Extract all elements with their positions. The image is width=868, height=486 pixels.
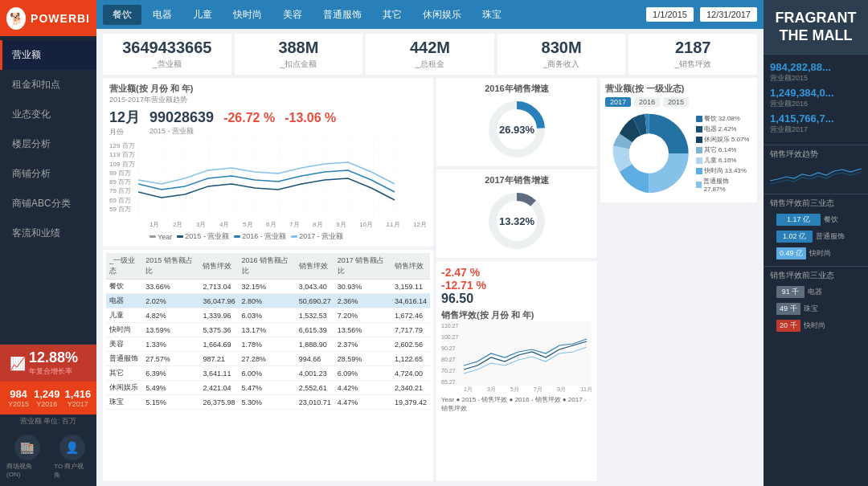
mall-view-btn[interactable]: 🏬 商场视角 (ON) — [6, 435, 47, 480]
main-content: 餐饮 电器 儿童 快时尚 美容 普通服饰 其它 休闲娱乐 珠宝 1/1/2015… — [96, 0, 764, 486]
pie-color-catering — [696, 116, 702, 122]
sidebar-item-format[interactable]: 业态变化 — [0, 100, 96, 129]
sidebar-item-traffic[interactable]: 客流和业绩 — [0, 218, 96, 248]
sidebar-item-floor[interactable]: 楼层分析 — [0, 129, 96, 159]
bottom-bar-1: 49 千 — [776, 303, 800, 315]
metric-2015: 984 Y2015 — [8, 388, 29, 408]
year-tab-2015[interactable]: 2015 — [663, 97, 689, 107]
nav-leisure[interactable]: 休闲娱乐 — [413, 5, 471, 25]
sidebar-nav: 营业额 租金和扣点 业态变化 楼层分析 商铺分析 商铺ABC分类 客流和业绩 — [0, 36, 96, 344]
top-title: 销售坪效前三业态 — [764, 194, 868, 210]
pie-legend-electronics: 电器 2.42% — [696, 125, 752, 133]
legend-year-label: Year — [158, 233, 172, 241]
legend-2016: 2016 - 营业额 — [234, 231, 286, 242]
merchant-view-btn[interactable]: 👤 TO 商户视角 — [54, 435, 90, 480]
date-start[interactable]: 1/1/2015 — [646, 7, 694, 22]
legend-2017-label: 2017 - 营业额 — [299, 231, 343, 242]
metric-revenue-2015: 984,282,88... 营业额2015 — [770, 61, 862, 84]
donut-2016-label: 26.93% — [499, 124, 534, 136]
y-label-1: 129 百万 — [109, 141, 135, 150]
metric-2017-value: 1,416 — [65, 388, 92, 400]
right-metrics: 984,282,88... 营业额2015 1,249,384,0... 营业额… — [764, 55, 868, 141]
sidebar-item-abc[interactable]: 商铺ABC分类 — [0, 189, 96, 218]
table-cell-2-5: 7.20% — [334, 308, 391, 323]
sidebar-item-shop[interactable]: 商铺分析 — [0, 159, 96, 189]
metric-2015-label: Y2015 — [8, 400, 29, 408]
sidebar-item-revenue[interactable]: 营业额 — [0, 40, 96, 70]
sales-eff-pct2: -12.71 % — [441, 279, 592, 292]
pie-svg — [605, 109, 693, 198]
sidebar-item-rent[interactable]: 租金和扣点 — [0, 70, 96, 100]
kpi-rent: 442M _总租金 — [366, 34, 494, 75]
sidebar: 🐕 POWERBI 营业额 租金和扣点 业态变化 楼层分析 商铺分析 商铺ABC… — [0, 0, 96, 486]
table-cell-1-1: 2.02% — [142, 294, 199, 308]
table-cell-8-2: 26,375.98 — [199, 395, 238, 410]
date-end[interactable]: 12/31/2017 — [700, 7, 757, 22]
table-cell-7-0: 休闲娱乐 — [106, 381, 142, 395]
trend-pct2: -13.06 % — [285, 111, 336, 125]
year-tab-2016[interactable]: 2016 — [634, 97, 660, 107]
trend-subtitle: 2015-2017年营业额趋势 — [109, 95, 427, 105]
sales-eff-line-svg: 110.27 100.27 90.27 80.27 70.27 65.27 — [441, 321, 591, 386]
y-label-6: 79 百万 — [109, 186, 135, 195]
pie-legend-catering: 餐饮 32.08% — [696, 114, 752, 123]
bottom-item-2: 20 千 快时尚 — [770, 318, 862, 333]
top-bar-2: 0.49 亿 — [776, 247, 806, 259]
metric-label-2015: 营业额2015 — [770, 73, 862, 84]
sales-eff-pct1: -2.47 % — [441, 266, 480, 279]
nav-jewelry[interactable]: 珠宝 — [473, 5, 511, 25]
nav-clothing[interactable]: 普通服饰 — [313, 5, 371, 25]
brand-header: FRAGRANTTHE MALL — [764, 0, 868, 55]
svg-text:100.27: 100.27 — [441, 334, 459, 340]
y-axis: 129 百万 119 百万 109 百万 99 百万 89 百万 79 百万 6… — [109, 140, 135, 220]
metric-2017: 1,416 Y2017 — [65, 388, 92, 408]
svg-text:65.27: 65.27 — [441, 379, 456, 385]
donut-2017-container: 13.32% — [485, 189, 549, 253]
svg-point-12 — [629, 133, 669, 173]
table-row: 休闲娱乐5.49%2,421.045.47%2,552.614.42%2,340… — [106, 381, 430, 395]
table-cell-5-1: 27.57% — [142, 352, 199, 366]
nav-beauty[interactable]: 美容 — [273, 5, 312, 25]
pie-color-fashion — [696, 168, 702, 174]
bottom-label-2: 快时尚 — [804, 321, 825, 331]
table-cell-8-4: 23,010.71 — [296, 395, 334, 410]
table-cell-3-6: 7,717.79 — [391, 323, 430, 337]
table-cell-3-3: 13.17% — [239, 323, 296, 337]
table-row: 其它6.39%3,641.116.00%4,001.236.09%4,724.0… — [106, 366, 430, 381]
logo-area: 🐕 POWERBI — [0, 0, 96, 36]
brand-title: FRAGRANTTHE MALL — [772, 10, 860, 44]
table-row: 珠宝5.15%26,375.985.30%23,010.714.47%19,37… — [106, 395, 430, 410]
table-cell-2-3: 6.03% — [239, 308, 296, 323]
donut-2017-card: 2017年销售增速 13.32% — [436, 169, 597, 258]
table-cell-1-4: 50,690.27 — [296, 294, 334, 308]
bottom-items: 91 千 电器 49 千 珠宝 20 千 快时尚 — [764, 283, 868, 335]
nav-catering[interactable]: 餐饮 — [103, 5, 141, 25]
pie-label-children: 儿童 6.16% — [704, 156, 737, 165]
pie-title: 营业额(按 一级业态) — [605, 83, 752, 95]
bottom-bar-2: 20 千 — [776, 320, 800, 332]
pie-label-clothing: 普通服饰 27.87% — [703, 177, 752, 193]
top-label-2: 快时尚 — [809, 248, 831, 259]
unit-label: 营业额 单位: 百万 — [0, 415, 96, 428]
table-cell-7-4: 2,552.61 — [296, 381, 334, 395]
th-2015-share: 2015 销售额占比 — [142, 253, 199, 280]
metric-value-2015: 984,282,88... — [770, 61, 862, 73]
legend-2015: 2015 - 营业额 — [177, 231, 229, 242]
year-tab-2017[interactable]: 2017 — [605, 97, 631, 107]
table-cell-5-6: 1,122.65 — [391, 352, 430, 366]
nav-other[interactable]: 其它 — [373, 5, 411, 25]
nav-electronics[interactable]: 电器 — [143, 5, 182, 25]
table-cell-4-0: 美容 — [106, 337, 142, 352]
nav-children[interactable]: 儿童 — [183, 5, 222, 25]
table-cell-7-3: 5.47% — [239, 381, 296, 395]
table-cell-4-6: 2,602.56 — [391, 337, 430, 352]
x-axis: 1月2月3月4月5月6月7月8月9月10月11月12月 — [149, 220, 427, 229]
kpi-rent-value: 442M — [374, 39, 486, 57]
trend-pct1: -26.72 % — [223, 111, 275, 125]
left-column: 营业额(按 月份 和 年) 2015-2017年营业额趋势 12月 月份 990… — [103, 78, 433, 481]
donut-2016-pct: 26.93% — [499, 124, 534, 136]
sparkline-svg — [770, 165, 862, 187]
legend-year: Year — [149, 233, 172, 241]
top-item-1: 1.02 亿 普通服饰 — [770, 229, 862, 244]
nav-fashion[interactable]: 快时尚 — [223, 5, 272, 25]
